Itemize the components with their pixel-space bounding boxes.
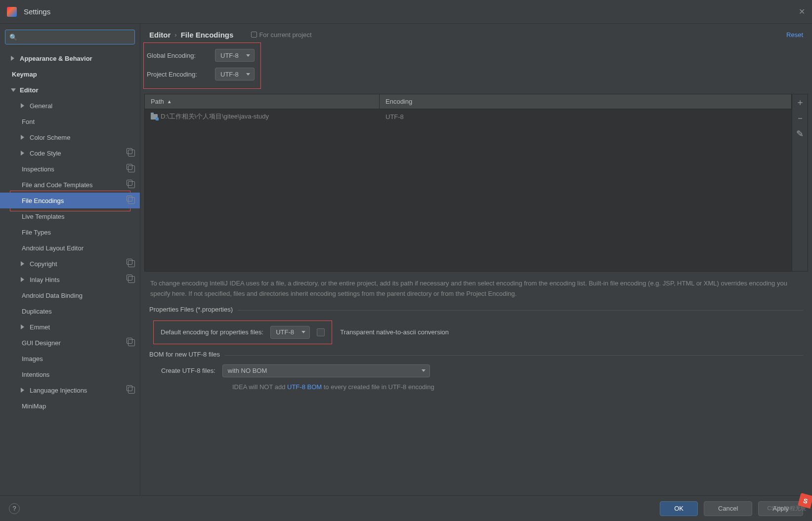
chevron-down-icon: [246, 54, 250, 57]
default-props-enc-combo[interactable]: UTF-8: [270, 326, 310, 339]
help-icon[interactable]: ?: [9, 503, 20, 514]
chevron-down-icon: [301, 331, 305, 333]
sidebar-item-label: Code Style: [30, 150, 61, 157]
sidebar-item-android-layout-editor[interactable]: Android Layout Editor: [0, 240, 140, 256]
th-path[interactable]: Path ▲: [145, 94, 380, 109]
sort-asc-icon: ▲: [167, 99, 172, 104]
create-utf8-combo[interactable]: with NO BOM: [222, 364, 430, 377]
breadcrumb-editor[interactable]: Editor: [149, 31, 171, 39]
remove-button[interactable]: －: [792, 110, 808, 126]
project-scope-icon: [128, 276, 135, 283]
sidebar-item-label: Android Layout Editor: [22, 244, 84, 252]
global-encoding-combo[interactable]: UTF-8: [215, 49, 255, 62]
sidebar-item-gui-designer[interactable]: GUI Designer: [0, 335, 140, 351]
sidebar-item-inspections[interactable]: Inspections: [0, 161, 140, 177]
sidebar-item-editor[interactable]: Editor: [0, 82, 140, 98]
bom-legend: BOM for new UTF-8 files: [149, 351, 225, 358]
chevron-right-icon: [21, 135, 24, 140]
breadcrumb-sep: ›: [174, 31, 176, 39]
sidebar-item-label: Inspections: [22, 165, 54, 173]
chevron-right-icon: [21, 277, 24, 282]
path-cell: D:\工作相关\个人项目\gitee\java-study: [161, 112, 269, 121]
sidebar-item-label: Color Scheme: [30, 134, 70, 141]
sidebar-item-label: Inlay Hints: [30, 276, 60, 283]
titlebar: Settings ✕: [0, 0, 812, 24]
sidebar: 🔍 Appearance & BehaviorKeymapEditorGener…: [0, 24, 140, 495]
sidebar-item-font[interactable]: Font: [0, 114, 140, 129]
sidebar-item-label: Intentions: [22, 371, 49, 378]
sidebar-item-label: Font: [22, 118, 35, 125]
highlight-box-properties: Default encoding for properties files: U…: [153, 321, 332, 344]
default-props-enc-label: Default encoding for properties files:: [161, 328, 263, 336]
sidebar-item-code-style[interactable]: Code Style: [0, 145, 140, 161]
sidebar-item-label: File Encodings: [22, 197, 64, 204]
sidebar-item-label: Live Templates: [22, 213, 64, 220]
sidebar-item-minimap[interactable]: MiniMap: [0, 398, 140, 414]
chevron-right-icon: [21, 388, 24, 393]
project-scope-icon: [128, 150, 135, 157]
add-button[interactable]: ＋: [792, 94, 808, 110]
sidebar-item-file-types[interactable]: File Types: [0, 224, 140, 240]
close-icon[interactable]: ✕: [799, 7, 805, 16]
sidebar-item-label: File and Code Templates: [22, 181, 93, 189]
project-scope-icon: [128, 165, 135, 172]
sidebar-item-language-injections[interactable]: Language Injections: [0, 382, 140, 398]
sidebar-item-copyright[interactable]: Copyright: [0, 256, 140, 272]
table-row[interactable]: D:\工作相关\个人项目\gitee\java-studyUTF-8: [145, 109, 792, 124]
sidebar-item-keymap[interactable]: Keymap: [0, 66, 140, 82]
sidebar-item-live-templates[interactable]: Live Templates: [0, 208, 140, 224]
sidebar-item-color-scheme[interactable]: Color Scheme: [0, 129, 140, 145]
create-utf8-label: Create UTF-8 files:: [161, 367, 215, 374]
dialog-footer: ? OK Cancel Apply: [0, 495, 812, 521]
sidebar-item-label: Keymap: [12, 71, 37, 78]
edit-button[interactable]: ✎: [792, 126, 808, 142]
sidebar-item-intentions[interactable]: Intentions: [0, 366, 140, 382]
content-panel: Editor › File Encodings For current proj…: [140, 24, 812, 495]
sidebar-item-label: Appearance & Behavior: [20, 55, 92, 62]
sidebar-item-inlay-hints[interactable]: Inlay Hints: [0, 272, 140, 287]
cancel-button[interactable]: Cancel: [704, 501, 752, 516]
sidebar-item-label: General: [30, 102, 52, 110]
search-input-wrap[interactable]: 🔍: [5, 30, 135, 44]
bom-note: IDEA will NOT add UTF-8 BOM to every cre…: [149, 380, 803, 394]
sidebar-item-label: GUI Designer: [22, 339, 61, 347]
sidebar-item-label: Language Injections: [30, 387, 87, 394]
encoding-table: Path ▲ Encoding D:\工作相关\个人项目\gitee\java-…: [144, 94, 808, 272]
folder-icon: [151, 114, 158, 120]
sidebar-item-general[interactable]: General: [0, 98, 140, 114]
sidebar-item-label: Editor: [20, 86, 39, 94]
highlight-box-encodings: Global Encoding: UTF-8 Project Encoding:…: [143, 42, 261, 89]
sidebar-item-emmet[interactable]: Emmet: [0, 319, 140, 335]
sidebar-item-android-data-binding[interactable]: Android Data Binding: [0, 287, 140, 303]
sidebar-item-label: Copyright: [30, 260, 57, 268]
settings-tree[interactable]: Appearance & BehaviorKeymapEditorGeneral…: [0, 48, 140, 495]
project-scope-icon: [128, 197, 135, 204]
sidebar-item-appearance-behavior[interactable]: Appearance & Behavior: [0, 50, 140, 66]
project-icon: [251, 32, 257, 38]
sidebar-item-images[interactable]: Images: [0, 351, 140, 366]
sidebar-item-label: Images: [22, 355, 43, 362]
breadcrumb-file-encodings: File Encodings: [181, 31, 234, 39]
project-encoding-combo[interactable]: UTF-8: [215, 68, 255, 80]
properties-legend: Properties Files (*.properties): [149, 306, 238, 313]
sidebar-item-file-encodings[interactable]: File Encodings: [0, 193, 140, 208]
properties-fieldset: Properties Files (*.properties) Default …: [149, 310, 803, 351]
project-scope-icon: [128, 339, 135, 346]
bom-fieldset: BOM for new UTF-8 files Create UTF-8 fil…: [149, 355, 803, 394]
reset-link[interactable]: Reset: [786, 31, 803, 39]
chevron-down-icon: [422, 369, 426, 372]
th-encoding[interactable]: Encoding: [380, 94, 792, 109]
ok-button[interactable]: OK: [660, 501, 698, 516]
project-encoding-label: Project Encoding:: [147, 71, 215, 78]
app-logo-icon: [7, 7, 17, 17]
global-encoding-label: Global Encoding:: [147, 52, 215, 59]
sidebar-item-duplicates[interactable]: Duplicates: [0, 303, 140, 319]
utf8-bom-link[interactable]: UTF-8 BOM: [287, 383, 322, 391]
chevron-right-icon: [11, 56, 14, 61]
encoding-cell: UTF-8: [380, 113, 410, 120]
project-scope-icon: [128, 260, 135, 267]
sidebar-item-label: Emmet: [30, 323, 50, 331]
search-input[interactable]: [20, 34, 130, 41]
sidebar-item-file-and-code-templates[interactable]: File and Code Templates: [0, 177, 140, 193]
transparent-ascii-checkbox[interactable]: [317, 328, 325, 336]
